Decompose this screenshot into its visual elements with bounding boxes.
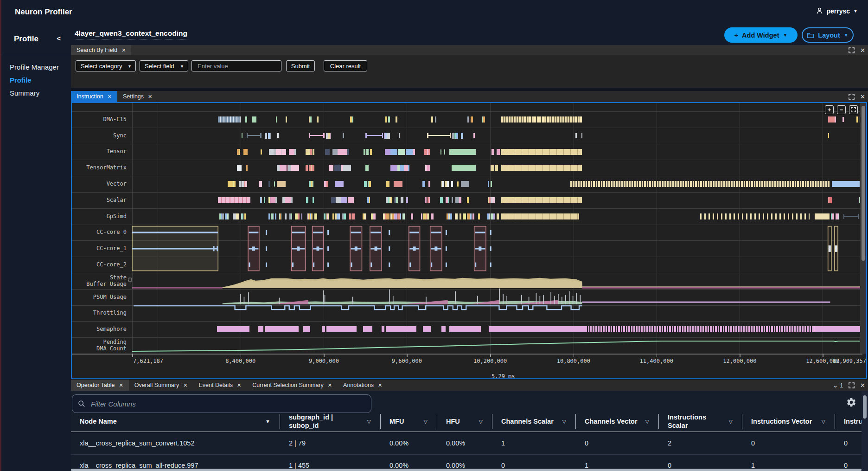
timeline-bar[interactable] [369,197,370,203]
timeline-bar[interactable] [246,165,248,171]
timeline-bar[interactable] [488,181,489,187]
timeline-bar[interactable] [428,149,430,155]
timeline-row-sync[interactable] [132,128,866,144]
timeline-bar[interactable] [295,213,298,219]
tab-instruction[interactable]: Instruction✕ [71,91,117,102]
timeline-bar[interactable] [334,165,341,171]
timeline-bar[interactable] [364,149,366,155]
timeline-bar[interactable] [373,213,376,219]
timeline-bar[interactable] [349,213,351,219]
timeline-bar[interactable] [332,213,334,219]
zoom-in-button[interactable]: + [825,105,834,114]
gear-icon[interactable] [846,397,856,407]
scrollbar-thumb[interactable] [862,106,865,261]
timeline-bar[interactable] [461,181,469,187]
layout-button[interactable]: Layout ▼ [802,27,854,43]
timeline-bar[interactable] [268,133,269,139]
column-header-mfu[interactable]: MFU▽ [381,411,437,432]
timeline-bar[interactable] [370,149,372,155]
timeline-bar[interactable] [351,116,353,123]
close-tab-icon[interactable]: ✕ [119,382,123,388]
timeline-bar[interactable] [423,181,425,187]
table-row[interactable]: xla__cross_replica_sum_convert.10522 | 7… [71,432,862,454]
timeline-bar[interactable] [243,149,245,155]
timeline-bar[interactable] [491,181,492,187]
timeline-bar[interactable] [431,213,434,219]
timeline-bar[interactable] [489,326,585,332]
timeline-bar[interactable] [385,116,387,123]
timeline-striped-bar[interactable] [501,149,582,155]
timeline-bar[interactable] [336,197,339,203]
timeline-bar[interactable] [329,165,333,171]
timeline-bar[interactable] [386,181,388,187]
timeline-bar[interactable] [488,197,489,203]
timeline-row-gpsimd[interactable] [132,208,866,225]
timeline-tick[interactable] [399,133,400,138]
clear-result-button[interactable]: Clear result [324,60,367,71]
timeline-bar[interactable] [326,181,328,187]
timeline-bar[interactable] [277,181,286,187]
timeline-bar[interactable] [286,116,287,123]
timeline-bar[interactable] [492,197,495,203]
timeline-bar[interactable] [452,197,453,203]
timeline-bar[interactable] [289,149,294,155]
tab-operator-table[interactable]: Operator Table✕ [71,380,129,391]
close-tab-icon[interactable]: ✕ [108,94,112,100]
timeline-bar[interactable] [828,116,831,123]
timeline-bar[interactable] [254,116,256,123]
timeline-bar[interactable] [368,165,369,171]
timeline-bar[interactable] [460,213,461,219]
fullscreen-icon[interactable] [849,94,855,100]
column-header-instru[interactable]: Instru [835,411,862,432]
fullscreen-icon[interactable] [849,47,855,53]
timeline-tick[interactable] [261,149,262,155]
table-vertical-scrollbar[interactable] [862,391,868,471]
timeline-bar[interactable] [467,116,469,123]
timeline-tick[interactable] [581,133,583,138]
timeline-bar[interactable] [245,181,247,187]
timeline-bar[interactable] [428,197,429,203]
timeline-bar[interactable] [497,213,499,219]
timeline-bar[interactable] [491,149,494,155]
timeline-bar[interactable] [311,181,313,187]
timeline-bar[interactable] [459,197,461,203]
table-horizontal-scrollbar[interactable] [71,469,862,471]
timeline-bar[interactable] [406,149,413,155]
timeline-bar[interactable] [237,149,239,155]
timeline-tick[interactable] [575,133,577,138]
timeline-bar[interactable] [467,197,469,203]
timeline-bar[interactable] [463,213,466,219]
timeline-bar[interactable] [388,116,389,123]
timeline-bar[interactable] [363,326,372,332]
timeline-bar[interactable] [447,181,449,187]
timeline-bar[interactable] [424,149,427,155]
timeline-bar[interactable] [382,326,384,332]
timeline-striped-bar[interactable] [501,116,582,123]
timeline-bar[interactable] [815,213,830,219]
timeline-bar[interactable] [327,213,329,219]
timeline-bar[interactable] [217,326,249,332]
timeline-bar[interactable] [455,197,458,203]
timeline-bar[interactable] [454,133,456,139]
sidebar-item-profile-manager[interactable]: Profile Manager [10,63,59,71]
timeline-bar[interactable] [467,213,470,219]
timeline-striped-bar[interactable] [218,197,250,203]
timeline-row-scalar[interactable] [132,192,866,208]
timeline-bar[interactable] [431,116,433,123]
timeline-bar[interactable] [491,213,492,219]
timeline-bar[interactable] [401,197,403,203]
timeline-bar[interactable] [310,213,312,219]
tab-search-by-field[interactable]: Search By Field✕ [71,45,131,55]
timeline-bar[interactable] [328,133,330,139]
timeline-bar[interactable] [395,197,396,203]
select-field-button[interactable]: Select field▾ [140,60,188,71]
timeline-bar[interactable] [337,213,338,219]
timeline-bar[interactable] [303,326,310,332]
timeline-bar[interactable] [396,197,397,203]
timeline-bar[interactable] [442,181,444,187]
timeline-bar[interactable] [390,165,397,171]
timeline-bar[interactable] [313,197,314,203]
timeline-bar[interactable] [387,133,389,139]
timeline-bar[interactable] [836,213,838,219]
timeline-row-tensormatrix[interactable] [132,160,866,176]
